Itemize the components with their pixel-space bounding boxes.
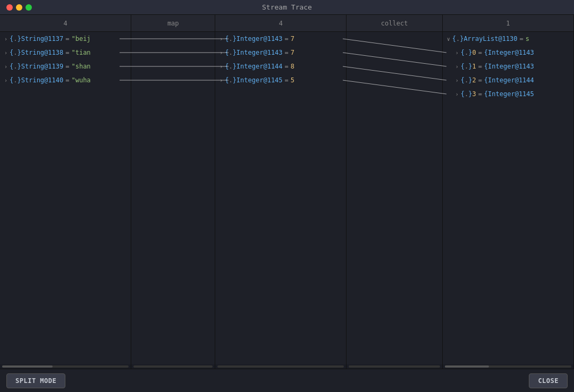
- scrollbar-area-5: [443, 364, 573, 369]
- list-item[interactable]: › {.} String@1139 = "shan: [0, 59, 131, 73]
- expand-arrow: ›: [455, 78, 459, 83]
- expand-arrow: ›: [220, 64, 223, 70]
- list-item[interactable]: › {.} Integer@1143 = 7: [215, 46, 346, 59]
- scrollbar-track-1: [2, 365, 129, 368]
- expand-arrow: ›: [4, 50, 7, 56]
- expand-arrow: ›: [455, 50, 459, 56]
- list-item[interactable]: › {.} 3 = {Integer@1145: [443, 87, 573, 101]
- minimize-traffic-light[interactable]: [16, 4, 22, 11]
- column-4-body: [347, 32, 442, 364]
- list-item[interactable]: › {.} String@1140 = "wuha: [0, 73, 131, 87]
- split-mode-button[interactable]: SPLIT MODE: [6, 373, 65, 388]
- expand-arrow: ›: [220, 78, 223, 83]
- column-3-header: 4: [215, 15, 346, 32]
- main-content: 4 › {.} String@1137 = "beij › {.} String…: [0, 15, 574, 369]
- expand-arrow: ›: [220, 50, 223, 56]
- traffic-lights: [6, 4, 32, 11]
- scrollbar-track-2: [133, 365, 213, 368]
- column-2-body: [131, 32, 215, 364]
- list-item[interactable]: ∨ {.} ArrayList@1130 = s: [443, 32, 573, 46]
- expand-arrow: ›: [220, 36, 223, 42]
- column-1: 4 › {.} String@1137 = "beij › {.} String…: [0, 15, 131, 369]
- title-bar: Stream Trace: [0, 0, 574, 15]
- column-3-body: › {.} Integer@1143 = 7 › {.} Integer@114…: [215, 32, 346, 364]
- scrollbar-area-1: [0, 364, 131, 369]
- scrollbar-area-4: [347, 364, 442, 369]
- list-item[interactable]: › {.} Integer@1144 = 8: [215, 59, 346, 73]
- list-item[interactable]: › {.} String@1137 = "beij: [0, 32, 131, 46]
- scrollbar-area-2: [131, 364, 215, 369]
- scrollbar-thumb-1[interactable]: [2, 365, 53, 368]
- footer: SPLIT MODE CLOSE: [0, 369, 574, 392]
- expand-arrow: ›: [455, 64, 459, 70]
- column-1-body: › {.} String@1137 = "beij › {.} String@1…: [0, 32, 131, 364]
- column-5: 1 ∨ {.} ArrayList@1130 = s › {.} 0 = {In…: [443, 15, 574, 369]
- scrollbar-track-3: [217, 365, 344, 368]
- expand-arrow: ›: [4, 64, 7, 70]
- list-item[interactable]: › {.} 2 = {Integer@1144: [443, 73, 573, 87]
- scrollbar-track-5: [445, 365, 571, 368]
- column-5-body: ∨ {.} ArrayList@1130 = s › {.} 0 = {Inte…: [443, 32, 573, 364]
- column-1-header: 4: [0, 15, 131, 32]
- scrollbar-thumb-5[interactable]: [445, 365, 489, 368]
- column-4-header: collect: [347, 15, 442, 32]
- scrollbar-area-3: [215, 364, 346, 369]
- column-5-header: 1: [443, 15, 573, 32]
- window-title: Stream Trace: [262, 3, 312, 11]
- maximize-traffic-light[interactable]: [26, 4, 32, 11]
- column-4: collect: [347, 15, 442, 369]
- close-button[interactable]: CLOSE: [529, 373, 568, 388]
- list-item[interactable]: › {.} String@1138 = "tian: [0, 46, 131, 59]
- collapse-arrow: ∨: [447, 36, 450, 42]
- list-item[interactable]: › {.} Integer@1143 = 7: [215, 32, 346, 46]
- expand-arrow: ›: [4, 78, 7, 83]
- expand-arrow: ›: [455, 91, 459, 97]
- list-item[interactable]: › {.} Integer@1145 = 5: [215, 73, 346, 87]
- column-3: 4 › {.} Integer@1143 = 7 › {.} Integer@1…: [215, 15, 347, 369]
- list-item[interactable]: › {.} 0 = {Integer@1143: [443, 46, 573, 59]
- list-item[interactable]: › {.} 1 = {Integer@1143: [443, 59, 573, 73]
- expand-arrow: ›: [4, 36, 7, 42]
- column-2: map: [131, 15, 215, 369]
- close-traffic-light[interactable]: [6, 4, 13, 11]
- scrollbar-track-4: [349, 365, 440, 368]
- column-2-header: map: [131, 15, 215, 32]
